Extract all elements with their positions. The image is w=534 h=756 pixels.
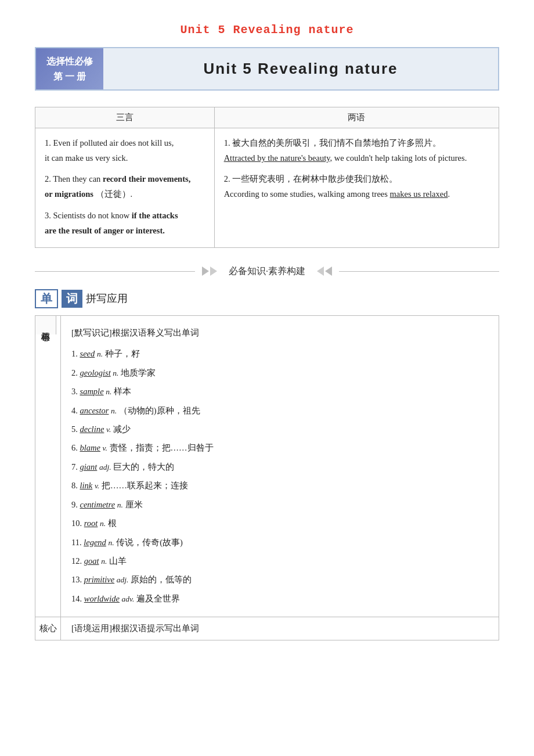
vocab-item-5: 5. decline v. 减少 xyxy=(71,420,488,438)
col1-content: 1. Even if polluted air does not kill us… xyxy=(35,128,215,248)
col1-header: 三言 xyxy=(35,107,215,128)
vocab-tag-bg: 词 xyxy=(62,290,82,308)
section-divider-title: 必备知识·素养构建 xyxy=(224,265,310,278)
divider-line-left xyxy=(35,271,195,272)
vocab-main-row: 核心单词 [默写识记]根据汉语释义写出单词 1. seed n. 种子，籽 2.… xyxy=(35,315,499,617)
vocab-table: 核心单词 [默写识记]根据汉语释义写出单词 1. seed n. 种子，籽 2.… xyxy=(35,315,499,641)
banner-left: 选择性必修 第 一 册 xyxy=(36,48,103,89)
vocab-content: [默写识记]根据汉语释义写出单词 1. seed n. 种子，籽 2. geol… xyxy=(61,316,499,617)
vocab-tag-char: 单 xyxy=(35,289,58,308)
vocab-bottom-label-cell: 核心 xyxy=(35,617,61,640)
vocab-item-13: 13. primitive adj. 原始的，低等的 xyxy=(71,571,488,588)
vocab-item-14: 14. worldwide adv. 遍及全世界 xyxy=(71,590,488,607)
col2-item-1: 1. 被大自然的美所吸引，我们情不自禁地拍了许多照片。 Attracted by… xyxy=(224,135,489,165)
vocab-item-7: 7. giant adj. 巨大的，特大的 xyxy=(71,458,488,476)
vocab-heading-text: 拼写应用 xyxy=(86,291,128,305)
vocab-item-12: 12. goat n. 山羊 xyxy=(71,552,488,570)
col1-item-1: 1. Even if polluted air does not kill us… xyxy=(45,135,205,165)
vocab-section-label: 核心单词 xyxy=(35,316,56,334)
vocab-item-10: 10. root n. 根 xyxy=(71,514,488,532)
vocab-content-cell: [默写识记]根据汉语释义写出单词 1. seed n. 种子，籽 2. geol… xyxy=(61,315,499,617)
vocab-bottom-label: 核心 xyxy=(35,617,60,640)
triangle-left-2-icon xyxy=(325,267,332,276)
vocab-bottom-content-cell: [语境运用]根据汉语提示写出单词 xyxy=(61,617,499,640)
section-divider: 必备知识·素养构建 xyxy=(35,265,499,278)
col2-header: 两语 xyxy=(214,107,499,128)
vocab-bottom-header: [语境运用]根据汉语提示写出单词 xyxy=(71,624,199,633)
vocab-item-9: 9. centimetre n. 厘米 xyxy=(71,496,488,513)
content-table: 三言 两语 1. Even if polluted air does not k… xyxy=(35,107,499,248)
vocab-item-8: 8. link v. 把……联系起来；连接 xyxy=(71,477,488,494)
col2-content: 1. 被大自然的美所吸引，我们情不自禁地拍了许多照片。 Attracted by… xyxy=(214,128,499,248)
vocab-item-2: 2. geologist n. 地质学家 xyxy=(71,364,488,381)
banner-title: Unit 5 Revealing nature xyxy=(103,54,498,84)
vocab-item-6: 6. blame v. 责怪，指责；把……归咎于 xyxy=(71,439,488,456)
vocab-label-cell: 核心单词 xyxy=(35,315,61,617)
triangle-right-2-icon xyxy=(210,267,217,276)
vocab-heading: 单 词 拼写应用 xyxy=(35,289,499,308)
col1-item-2: 2. Then they can record their movements,… xyxy=(45,171,205,201)
vocab-section-header: [默写识记]根据汉语释义写出单词 xyxy=(71,324,488,341)
divider-shape-right xyxy=(317,267,332,276)
divider-shape-left xyxy=(202,267,217,276)
vocab-item-4: 4. ancestor n. （动物的)原种，祖先 xyxy=(71,402,488,419)
page-title: Unit 5 Revealing nature xyxy=(35,23,499,37)
unit-banner: 选择性必修 第 一 册 Unit 5 Revealing nature xyxy=(35,47,499,91)
vocab-item-1: 1. seed n. 种子，籽 xyxy=(71,345,488,362)
vocab-item-3: 3. sample n. 样本 xyxy=(71,383,488,400)
vocab-item-11: 11. legend n. 传说，传奇(故事) xyxy=(71,534,488,551)
triangle-left-1-icon xyxy=(317,267,324,276)
divider-line-right xyxy=(339,271,499,272)
col2-item-2: 2. 一些研究表明，在树林中散步使我们放松。 According to some… xyxy=(224,171,489,201)
triangle-right-icon xyxy=(202,267,209,276)
col1-item-3: 3. Scientists do not know if the attacks… xyxy=(45,208,205,238)
vocab-bottom-row: 核心 [语境运用]根据汉语提示写出单词 xyxy=(35,617,499,640)
